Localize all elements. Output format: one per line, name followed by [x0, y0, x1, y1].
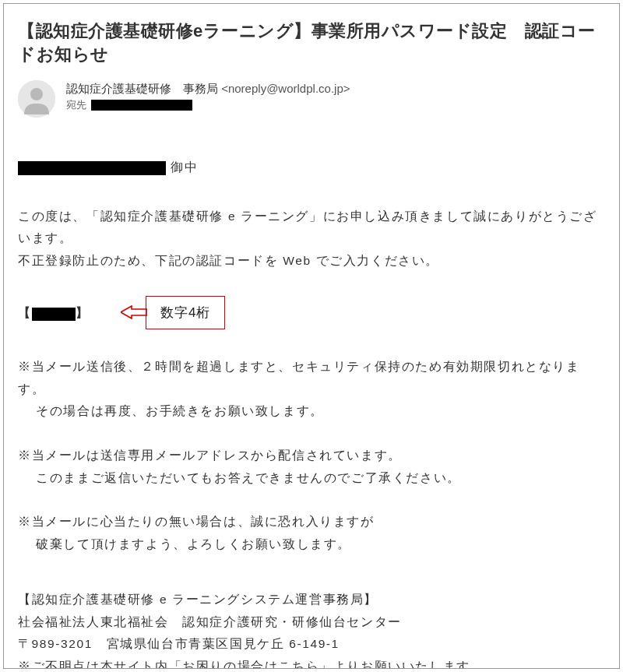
note3-line1: ※当メールに心当たりの無い場合は、誠に恐れ入りますが — [18, 511, 605, 533]
intro-block: この度は、「認知症介護基礎研修 e ラーニング」にお申し込み頂きまして誠にありが… — [18, 206, 605, 273]
greeting-line: 御中 — [18, 157, 605, 179]
bracket-open: 【 — [18, 306, 32, 319]
sender-name: 認知症介護基礎研修 事務局 — [66, 82, 218, 95]
footer-line2: 社会福祉法人東北福祉会 認知症介護研究・研修仙台センター — [18, 611, 605, 634]
redacted-recipient — [91, 100, 192, 111]
code-row: 【】 数字4桁 — [18, 296, 605, 329]
intro-line-1: この度は、「認知症介護基礎研修 e ラーニング」にお申し込み頂きまして誠にありが… — [18, 206, 605, 250]
person-icon — [18, 80, 55, 118]
redacted-org-name — [18, 161, 166, 175]
footer-line3: 〒989-3201 宮城県仙台市青葉区国見ケ丘 6-149-1 — [18, 633, 605, 656]
annotation: 数字4桁 — [121, 296, 225, 329]
bracket-close: 】 — [76, 306, 90, 319]
note1-line2: その場合は再度、お手続きをお願い致します。 — [18, 400, 605, 423]
email-subject: 【認知症介護基礎研修eラーニング】事業所用パスワード設定 認証コードお知らせ — [18, 19, 605, 66]
note3-line2: 破棄して頂けますよう、よろしくお願い致します。 — [18, 533, 605, 556]
redacted-code — [32, 308, 76, 321]
email-container: 【認知症介護基礎研修eラーニング】事業所用パスワード設定 認証コードお知らせ 認… — [3, 3, 620, 669]
footer-block: 【認知症介護基礎研修 e ラーニングシステム運営事務局】 社会福祉法人東北福祉会… — [18, 589, 605, 669]
sender-line: 認知症介護基礎研修 事務局 <noreply@worldpl.co.jp> — [66, 82, 350, 97]
email-header: 認知症介護基礎研修 事務局 <noreply@worldpl.co.jp> 宛先 — [18, 80, 605, 118]
svg-point-1 — [30, 88, 43, 100]
footer-line1: 【認知症介護基礎研修 e ラーニングシステム運営事務局】 — [18, 589, 605, 611]
recipient-label: 宛先 — [66, 98, 86, 112]
annotation-box: 数字4桁 — [146, 296, 225, 329]
note-block-1: ※当メール送信後、２時間を超過しますと、セキュリティ保持のため有効期限切れとなり… — [18, 356, 605, 423]
recipient-line: 宛先 — [66, 98, 350, 112]
note-block-2: ※当メールは送信専用メールアドレスから配信されています。 このままご返信いただい… — [18, 445, 605, 489]
auth-code: 【】 — [18, 301, 90, 325]
note1-line1: ※当メール送信後、２時間を超過しますと、セキュリティ保持のため有効期限切れとなり… — [18, 356, 605, 400]
sender-block: 認知症介護基礎研修 事務局 <noreply@worldpl.co.jp> 宛先 — [66, 80, 350, 112]
note2-line2: このままご返信いただいてもお答えできませんのでご了承ください。 — [18, 467, 605, 490]
avatar — [18, 80, 55, 118]
svg-marker-2 — [121, 306, 147, 318]
footer-line4: ※ご不明点は本サイト内「お困りの場合はこちら」よりお願いいたします。 — [18, 656, 605, 669]
email-body: 御中 この度は、「認知症介護基礎研修 e ラーニング」にお申し込み頂きまして誠に… — [18, 157, 605, 669]
note2-line1: ※当メールは送信専用メールアドレスから配信されています。 — [18, 445, 605, 467]
note-block-3: ※当メールに心当たりの無い場合は、誠に恐れ入りますが 破棄して頂けますよう、よろ… — [18, 511, 605, 555]
sender-email: <noreply@worldpl.co.jp> — [221, 82, 350, 95]
arrow-left-icon — [121, 305, 147, 319]
greeting-suffix: 御中 — [166, 160, 198, 174]
intro-line-2: 不正登録防止のため、下記の認証コードを Web でご入力ください。 — [18, 250, 605, 273]
